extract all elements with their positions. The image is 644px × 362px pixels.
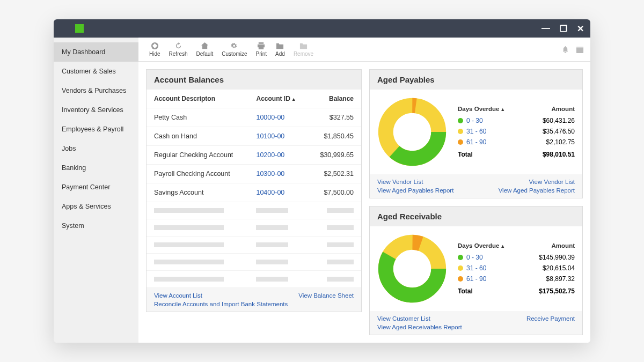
reconcile-link[interactable]: Reconcile Accounts and Import Bank State… [154,301,288,307]
sort-asc-icon: ▲ [291,97,296,102]
total-label: Total [458,151,473,158]
legend-amount: $35,476.50 [543,128,575,135]
table-row[interactable]: Regular Checking Account10200-00$30,999.… [147,146,361,165]
table-row-loading [147,271,361,288]
main-area: Hide Refresh Default Customize Print [138,38,590,343]
svg-rect-3 [576,46,583,48]
legend-amount: $20,615.04 [543,264,575,272]
legend-amount: $8,897.32 [546,275,575,283]
total-label: Total [458,287,473,295]
cell-desc: Cash on Hand [147,127,248,146]
legend-item[interactable]: 31 - 60 $20,615.04 [458,263,575,274]
col-days-overdue[interactable]: Days Overdue▲ [458,106,505,112]
customize-button[interactable]: Customize [217,41,251,58]
view-payables-report-link-2[interactable]: View Aged Payables Report [499,187,575,194]
sidebar-item-employees-payroll[interactable]: Employees & Payroll [54,120,138,139]
table-row-loading [147,254,361,271]
receive-payment-link[interactable]: Receive Payment [526,315,575,322]
cell-id[interactable]: 10400-00 [248,183,308,202]
receivable-donut-chart [377,234,447,304]
app-logo-icon [75,24,84,33]
legend-amount: $145,990.39 [539,254,575,261]
cell-bal: $30,999.65 [309,146,361,165]
sidebar-item-dashboard[interactable]: My Dashboard [54,42,138,62]
card-footer: View Account List View Balance Sheet Rec… [147,288,361,312]
view-vendor-list-link-2[interactable]: View Vendor List [529,179,575,185]
window-minimize-icon[interactable]: — [541,24,550,34]
sidebar-item-banking[interactable]: Banking [54,158,138,178]
sort-asc-icon: ▲ [500,243,505,249]
col-account-id[interactable]: Account ID▲ [248,90,308,108]
print-icon [257,42,265,50]
app-window: — ❐ ✕ My Dashboard Customer & Sales Vend… [54,19,590,343]
sidebar-item-vendors-purchases[interactable]: Vendors & Purchases [54,81,138,100]
calendar-icon[interactable] [576,46,584,54]
table-row-loading [147,237,361,254]
refresh-button[interactable]: Refresh [165,41,192,58]
legend-item[interactable]: 31 - 60 $35,476.50 [458,126,575,137]
col-amount[interactable]: Amount [552,106,575,112]
legend-item[interactable]: 61 - 90 $8,897.32 [458,274,575,284]
card-title: Aged Receivable [370,206,582,226]
col-days-overdue[interactable]: Days Overdue▲ [458,242,505,249]
total-amount: $98,010.51 [543,151,575,158]
titlebar: — ❐ ✕ [54,19,590,38]
table-row[interactable]: Payroll Checking Account10300-00$2,502.3… [147,165,361,183]
dot-icon [458,276,463,282]
view-receivables-report-link[interactable]: View Aged Receivables Report [377,324,462,330]
sidebar-item-jobs[interactable]: Jobs [54,139,138,158]
window-maximize-icon[interactable]: ❐ [560,24,567,34]
cell-desc: Petty Cash [147,108,248,127]
cell-bal: $7,500.00 [309,183,361,202]
legend-item[interactable]: 0 - 30 $60,431.26 [458,115,575,126]
legend-amount: $60,431.26 [543,117,575,124]
account-balances-card: Account Balances Account Descripton Acco… [146,69,362,312]
cell-id[interactable]: 10000-00 [248,108,308,127]
legend-amount: $2,102.75 [546,138,575,146]
cell-desc: Savings Account [147,183,248,202]
dot-icon [458,118,463,123]
card-footer: View Customer ListReceive Payment View A… [370,311,582,335]
default-button[interactable]: Default [192,41,218,58]
total-amount: $175,502.75 [539,287,575,295]
remove-label: Remove [294,51,313,57]
print-button[interactable]: Print [252,41,272,58]
table-row[interactable]: Petty Cash10000-00$327.55 [147,108,361,127]
hide-button[interactable]: Hide [145,41,165,58]
balances-table: Account Descripton Account ID▲ Balance P… [147,90,361,288]
default-label: Default [196,51,214,57]
cell-id[interactable]: 10200-00 [248,146,308,165]
legend-item[interactable]: 61 - 90 $2,102.75 [458,137,575,147]
col-amount[interactable]: Amount [552,242,575,249]
window-close-icon[interactable]: ✕ [577,24,584,34]
sidebar-item-payment-center[interactable]: Payment Center [54,178,138,197]
view-balance-sheet-link[interactable]: View Balance Sheet [298,292,354,299]
col-balance[interactable]: Balance [309,90,361,108]
folder-minus-icon [299,42,308,50]
sidebar-item-inventory-services[interactable]: Inventory & Services [54,100,138,120]
home-icon [201,42,209,50]
dot-icon [458,255,463,260]
folder-plus-icon [276,42,284,50]
dot-icon [458,139,463,145]
view-account-list-link[interactable]: View Account List [154,292,202,299]
table-row[interactable]: Cash on Hand10100-00$1,850.45 [147,127,361,146]
add-button[interactable]: Add [271,41,289,58]
cell-id[interactable]: 10100-00 [248,127,308,146]
view-vendor-list-link[interactable]: View Vendor List [377,179,423,185]
sidebar-item-system[interactable]: System [54,216,138,235]
table-row[interactable]: Savings Account10400-00$7,500.00 [147,183,361,202]
refresh-label: Refresh [169,51,188,57]
sidebar-item-apps-services[interactable]: Apps & Services [54,197,138,216]
cell-id[interactable]: 10300-00 [248,165,308,183]
card-title: Account Balances [147,70,361,90]
view-payables-report-link[interactable]: View Aged Payables Report [377,187,453,194]
card-title: Aged Payables [370,70,582,90]
bell-icon[interactable] [561,46,569,54]
view-customer-list-link[interactable]: View Customer List [377,315,430,322]
cell-bal: $2,502.31 [309,165,361,183]
legend-item[interactable]: 0 - 30 $145,990.39 [458,252,575,263]
sidebar-item-customer-sales[interactable]: Customer & Sales [54,62,138,81]
toolbar: Hide Refresh Default Customize Print [138,38,590,62]
col-description[interactable]: Account Descripton [147,90,248,108]
